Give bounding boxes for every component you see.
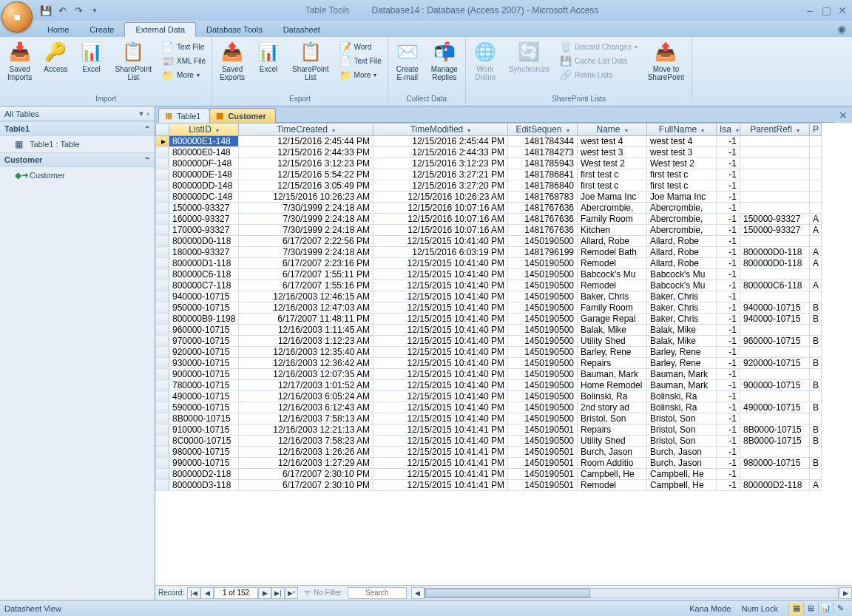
cell[interactable]: Bauman, Mark <box>647 369 717 380</box>
cell[interactable]: Home Remodel <box>578 380 647 391</box>
cell[interactable] <box>740 180 810 192</box>
cell[interactable]: 780000-10715 <box>169 380 239 391</box>
cell[interactable]: 950000-10715 <box>169 302 239 314</box>
cell[interactable]: 12/15/2016 3:27:21 PM <box>373 169 508 180</box>
table-row[interactable]: 8B0000-1071512/16/2003 7:58:13 AM12/15/2… <box>156 413 822 424</box>
qat-dropdown-icon[interactable]: ▼ <box>89 4 101 16</box>
row-selector[interactable] <box>156 380 169 391</box>
move-to-sharepoint-button[interactable]: 📤Move to SharePoint <box>643 38 689 93</box>
undo-icon[interactable]: ↶ <box>56 4 68 16</box>
cell[interactable]: 7/30/1999 2:24:18 AM <box>239 214 373 225</box>
table-row[interactable]: 910000-1071512/16/2003 12:21:13 AM12/15/… <box>156 424 822 436</box>
cell[interactable]: 1481786840 <box>508 180 578 192</box>
table-row[interactable]: 800000DC-14812/15/2016 10:26:23 AM12/15/… <box>156 192 822 203</box>
cell[interactable]: 8C0000-10715 <box>169 436 239 447</box>
cell[interactable] <box>810 136 822 147</box>
cell[interactable]: 12/15/2015 10:41:41 PM <box>373 480 508 491</box>
cell[interactable] <box>810 158 822 169</box>
cell[interactable]: 12/15/2016 6:03:19 PM <box>373 247 508 258</box>
cell[interactable]: 1450190500 <box>508 380 578 391</box>
cell[interactable]: 1481767636 <box>508 214 578 225</box>
doc-tab-table1[interactable]: ▦Table1 <box>158 108 210 123</box>
cell[interactable]: 800000D0-118 <box>740 258 810 269</box>
pivot-table-view-icon[interactable]: ⊞ <box>803 603 818 615</box>
cell[interactable]: -1 <box>717 291 740 302</box>
cell[interactable]: 1450190500 <box>508 314 578 325</box>
tab-home[interactable]: Home <box>37 23 79 37</box>
cell[interactable]: 490000-10715 <box>740 402 810 413</box>
cell[interactable]: 1450190500 <box>508 369 578 380</box>
datasheet-view-icon[interactable]: ▦ <box>788 603 803 615</box>
import-access-button[interactable]: 🔑Access <box>39 38 72 93</box>
new-record-button[interactable]: ▶* <box>285 587 298 599</box>
row-selector[interactable] <box>156 314 169 325</box>
cell[interactable]: 12/15/2016 10:07:16 AM <box>373 225 508 236</box>
cell[interactable] <box>740 447 810 458</box>
col-editsequence[interactable]: EditSequen▾ <box>508 123 578 136</box>
row-selector[interactable] <box>156 436 169 447</box>
cell[interactable]: 12/15/2015 10:41:40 PM <box>373 358 508 369</box>
cell[interactable]: 800000C6-118 <box>169 269 239 280</box>
cell[interactable]: West test 2 <box>578 158 647 169</box>
record-position-input[interactable] <box>214 587 258 599</box>
row-selector[interactable] <box>156 180 169 192</box>
table-row[interactable]: 800000B9-11986/17/2007 11:48:11 PM12/15/… <box>156 314 822 325</box>
cell[interactable]: Baker, Chris <box>647 314 717 325</box>
cell[interactable]: West test 2 <box>647 158 717 169</box>
cell[interactable]: west test 4 <box>647 136 717 147</box>
cell[interactable]: 6/17/2007 2:22:56 PM <box>239 236 373 247</box>
cell[interactable]: -1 <box>717 480 740 491</box>
export-excel-button[interactable]: 📊Excel <box>252 38 285 93</box>
cell[interactable]: -1 <box>717 203 740 214</box>
cell[interactable]: B <box>810 458 822 469</box>
cell[interactable]: 12/15/2016 3:27:20 PM <box>373 180 508 192</box>
cell[interactable]: -1 <box>717 369 740 380</box>
cell[interactable]: -1 <box>717 280 740 291</box>
table-row[interactable]: 970000-1071512/16/2003 1:12:23 AM12/15/2… <box>156 336 822 347</box>
cell[interactable] <box>810 180 822 192</box>
manage-replies-button[interactable]: 📬Manage Replies <box>427 38 462 93</box>
cell[interactable] <box>810 192 822 203</box>
cell[interactable] <box>810 291 822 302</box>
cell[interactable]: -1 <box>717 258 740 269</box>
cell[interactable]: 12/16/2003 6:12:43 AM <box>239 402 373 413</box>
cell[interactable]: 1450190501 <box>508 480 578 491</box>
tab-database-tools[interactable]: Database Tools <box>196 23 273 37</box>
cell[interactable]: 6/17/2007 1:55:11 PM <box>239 269 373 280</box>
row-selector[interactable] <box>156 258 169 269</box>
cell[interactable]: 1481784273 <box>508 147 578 158</box>
cell[interactable]: 800000D0-118 <box>169 236 239 247</box>
nav-pane-header[interactable]: All Tables ▼ « <box>0 106 155 121</box>
cell[interactable]: 150000-93327 <box>740 225 810 236</box>
cell[interactable]: west test 3 <box>647 147 717 158</box>
cell[interactable] <box>810 203 822 214</box>
row-selector[interactable] <box>156 336 169 347</box>
cell[interactable]: Joe Mama Inc <box>578 192 647 203</box>
cell[interactable]: -1 <box>717 192 740 203</box>
scroll-thumb[interactable] <box>425 589 590 598</box>
cell[interactable]: 1481796199 <box>508 247 578 258</box>
cell[interactable]: Bolinski, Ra <box>647 402 717 413</box>
cell[interactable]: 940000-10715 <box>740 314 810 325</box>
cell[interactable]: 900000-10715 <box>740 380 810 391</box>
tab-datasheet[interactable]: Datasheet <box>273 23 331 37</box>
cell[interactable]: Baker, Chris <box>647 291 717 302</box>
cell[interactable]: Allard, Robe <box>647 258 717 269</box>
cell[interactable] <box>740 236 810 247</box>
cell[interactable]: 2nd story ad <box>578 402 647 413</box>
cell[interactable] <box>810 147 822 158</box>
cell[interactable]: Remodel <box>578 480 647 491</box>
import-more-button[interactable]: 📁More ▾ <box>159 68 209 81</box>
cell[interactable]: 1450190500 <box>508 302 578 314</box>
cell[interactable]: 12/16/2003 6:05:24 AM <box>239 391 373 402</box>
cell[interactable]: 12/15/2016 3:12:23 PM <box>373 158 508 169</box>
row-selector[interactable] <box>156 203 169 214</box>
cell[interactable]: 1481785943 <box>508 158 578 169</box>
cell[interactable]: 1481786841 <box>508 169 578 180</box>
cell[interactable]: 800000B9-1198 <box>169 314 239 325</box>
cell[interactable]: -1 <box>717 458 740 469</box>
cell[interactable]: -1 <box>717 447 740 458</box>
search-input[interactable] <box>348 587 407 599</box>
cell[interactable]: 1450190500 <box>508 336 578 347</box>
cell[interactable] <box>740 413 810 424</box>
